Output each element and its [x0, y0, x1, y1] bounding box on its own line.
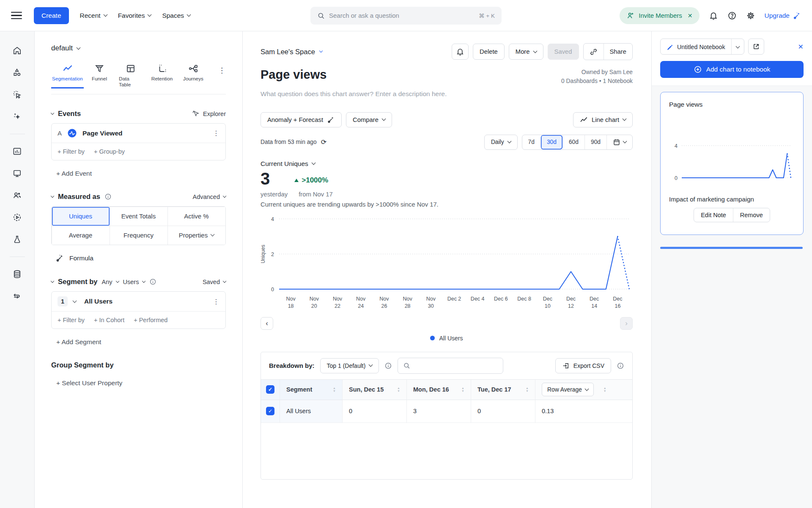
main-chart[interactable]: 024UniquesNov18Nov20Nov22Nov24Nov26Nov28… [261, 214, 633, 315]
add-chart-to-notebook-button[interactable]: Add chart to notebook [660, 61, 804, 78]
event-options-icon[interactable]: ⋮ [213, 129, 219, 137]
range-7d[interactable]: 7d [522, 135, 540, 149]
monitor-icon[interactable] [12, 168, 22, 178]
measure-active-pct[interactable]: Active % [167, 207, 226, 226]
tab-retention[interactable]: Retention [146, 64, 178, 88]
menu-icon[interactable] [11, 12, 22, 19]
refresh-icon[interactable]: ⟳ [321, 138, 326, 146]
measure-frequency[interactable]: Frequency [110, 226, 168, 245]
range-30d[interactable]: 30d [540, 135, 562, 149]
favorites-menu[interactable]: Favorites [118, 12, 151, 19]
users-icon[interactable] [12, 190, 22, 200]
collapse-icon[interactable] [51, 279, 54, 282]
sort-icon[interactable]: ▲▼ [604, 387, 606, 392]
anomaly-forecast-button[interactable]: Anomaly + Forecast [261, 112, 342, 127]
measure-average[interactable]: Average [52, 226, 110, 245]
flask-icon[interactable] [12, 235, 22, 244]
more-button[interactable]: More [509, 44, 543, 60]
add-segment-button[interactable]: + Add Segment [56, 338, 226, 346]
row-segment-cell[interactable]: All Users [280, 400, 342, 423]
info-icon[interactable] [384, 362, 392, 370]
row-average-dropdown[interactable]: Row Average [542, 383, 594, 396]
remove-button[interactable]: Remove [733, 208, 770, 222]
play-circle-icon[interactable] [12, 213, 22, 222]
breakdown-search-input[interactable] [398, 358, 503, 374]
compare-button[interactable]: Compare [346, 112, 392, 127]
notifications-bell-icon[interactable] [709, 11, 718, 20]
segment-performed[interactable]: + Performed [134, 317, 167, 323]
range-90d[interactable]: 90d [584, 135, 606, 149]
home-icon[interactable] [12, 46, 22, 55]
open-notebook-button[interactable] [748, 39, 764, 55]
sort-icon[interactable]: ▲▼ [526, 387, 529, 392]
select-user-property-button[interactable]: + Select User Property [56, 379, 226, 387]
search-input[interactable]: Search or ask a question ⌘ + K [310, 7, 502, 25]
collapse-icon[interactable] [51, 111, 54, 114]
ai-sparkles-icon[interactable] [12, 112, 22, 121]
shapes-icon[interactable] [12, 68, 22, 77]
saved-segments-dropdown[interactable]: Saved [203, 279, 226, 285]
dismiss-invite-icon[interactable]: ✕ [688, 12, 693, 19]
breakdown-top-dropdown[interactable]: Top 1 (Default) [320, 358, 379, 373]
segment-name[interactable]: All Users [84, 298, 207, 305]
notebook-chart-card[interactable]: Page views 04 Impact of marketing campai… [660, 92, 804, 235]
swap-arrows-icon[interactable] [12, 291, 22, 301]
segment-in-cohort[interactable]: + In Cohort [94, 317, 124, 323]
delete-button[interactable]: Delete [473, 44, 505, 60]
event-filter-by[interactable]: + Filter by [58, 148, 85, 155]
info-icon[interactable] [149, 278, 156, 285]
chart-type-dropdown[interactable]: Line chart [573, 112, 633, 127]
advanced-dropdown[interactable]: Advanced [193, 193, 226, 200]
tab-data-table[interactable]: Data Table [115, 64, 146, 94]
tab-journeys[interactable]: Journeys [178, 64, 209, 88]
metric-selector[interactable]: Current Uniques [261, 160, 633, 168]
description-placeholder[interactable]: What question does this chart answer? En… [261, 90, 633, 98]
column-header-dec15[interactable]: Sun, Dec 15▲▼ [342, 380, 406, 400]
add-event-button[interactable]: + Add Event [56, 170, 226, 177]
edit-note-button[interactable]: Edit Note [694, 208, 733, 222]
row-checkbox[interactable]: ✓ [266, 407, 274, 415]
select-all-checkbox[interactable]: ✓ [266, 385, 274, 394]
segment-options-icon[interactable]: ⋮ [213, 298, 219, 306]
upgrade-link[interactable]: Upgrade [765, 11, 801, 20]
recent-menu[interactable]: Recent [80, 12, 107, 19]
chart-alert-bell-button[interactable] [452, 44, 469, 60]
close-panel-icon[interactable]: ✕ [798, 43, 804, 51]
chart-page-right-button[interactable]: › [620, 317, 633, 330]
invite-members-button[interactable]: Invite Members ✕ [620, 7, 699, 24]
sort-icon[interactable]: ▲▼ [397, 387, 400, 392]
sort-icon[interactable]: ▲▼ [461, 387, 464, 392]
info-icon[interactable] [104, 193, 112, 200]
tab-funnel[interactable]: Funnel [84, 64, 115, 88]
measure-event-totals[interactable]: Event Totals [110, 207, 168, 226]
range-60d[interactable]: 60d [562, 135, 584, 149]
copy-link-icon[interactable] [584, 44, 604, 60]
chart-page-left-button[interactable]: ‹ [261, 317, 273, 330]
explorer-button[interactable]: Explorer [192, 110, 226, 118]
event-group-by[interactable]: + Group-by [94, 148, 125, 155]
column-header-segment[interactable]: Segment▲▼ [280, 380, 342, 400]
metric-delta[interactable]: >1000% [294, 176, 328, 185]
custom-date-range-button[interactable] [606, 135, 632, 149]
spaces-menu[interactable]: Spaces [162, 12, 190, 19]
database-icon[interactable] [12, 269, 22, 279]
column-header-dec16[interactable]: Mon, Dec 16▲▼ [406, 380, 471, 400]
notebook-selector[interactable]: Untitled Notebook [661, 39, 731, 55]
segment-filter-by[interactable]: + Filter by [58, 317, 85, 323]
measure-uniques[interactable]: Uniques [52, 207, 110, 226]
bar-chart-icon[interactable] [12, 146, 22, 156]
collapse-icon[interactable] [51, 194, 54, 197]
create-button[interactable]: Create [34, 7, 69, 24]
sort-icon[interactable]: ▲▼ [333, 387, 336, 392]
more-chart-types-icon[interactable]: ⋮ [218, 66, 226, 75]
segment-any-dropdown[interactable]: Any [102, 279, 119, 285]
project-selector[interactable]: default [51, 44, 226, 52]
share-button[interactable]: Share [604, 44, 633, 60]
event-name[interactable]: Page Viewed [82, 130, 207, 137]
cursor-click-icon[interactable] [12, 90, 22, 99]
chevron-down-icon[interactable] [73, 298, 77, 303]
space-selector[interactable]: Sam Lee's Space [261, 48, 322, 56]
info-icon[interactable] [617, 362, 624, 370]
formula-button[interactable]: Formula [55, 254, 226, 262]
settings-gear-icon[interactable] [746, 11, 755, 20]
